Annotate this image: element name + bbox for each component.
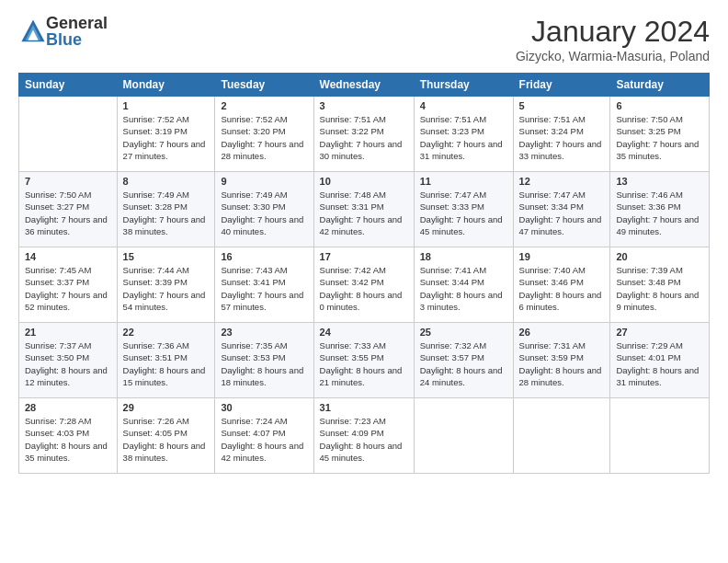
table-row: 13 Sunrise: 7:46 AMSunset: 3:36 PMDaylig… bbox=[610, 172, 710, 247]
table-row: 17 Sunrise: 7:42 AMSunset: 3:42 PMDaylig… bbox=[313, 247, 414, 323]
location: Gizycko, Warmia-Masuria, Poland bbox=[516, 49, 710, 63]
day-number: 26 bbox=[519, 327, 605, 338]
table-row: 26 Sunrise: 7:31 AMSunset: 3:59 PMDaylig… bbox=[513, 323, 610, 398]
table-row: 15 Sunrise: 7:44 AMSunset: 3:39 PMDaylig… bbox=[117, 247, 215, 323]
day-info: Sunrise: 7:48 AMSunset: 3:31 PMDaylight:… bbox=[320, 189, 408, 237]
table-row: 29 Sunrise: 7:26 AMSunset: 4:05 PMDaylig… bbox=[117, 398, 215, 474]
day-info: Sunrise: 7:32 AMSunset: 3:57 PMDaylight:… bbox=[420, 339, 507, 388]
day-number: 3 bbox=[320, 100, 408, 111]
header-tuesday: Tuesday bbox=[215, 74, 313, 97]
table-row: 18 Sunrise: 7:41 AMSunset: 3:44 PMDaylig… bbox=[414, 247, 513, 323]
day-number: 31 bbox=[320, 402, 408, 413]
day-number: 12 bbox=[519, 176, 605, 187]
table-row: 5 Sunrise: 7:51 AMSunset: 3:24 PMDayligh… bbox=[513, 97, 610, 172]
logo-blue-text: Blue bbox=[46, 31, 108, 48]
day-info: Sunrise: 7:26 AMSunset: 4:05 PMDaylight:… bbox=[123, 415, 210, 464]
day-info: Sunrise: 7:36 AMSunset: 3:51 PMDaylight:… bbox=[123, 339, 210, 388]
day-number: 8 bbox=[123, 176, 210, 187]
table-row: 22 Sunrise: 7:36 AMSunset: 3:51 PMDaylig… bbox=[117, 323, 215, 398]
table-row bbox=[610, 398, 710, 474]
day-info: Sunrise: 7:47 AMSunset: 3:33 PMDaylight:… bbox=[420, 189, 507, 237]
day-info: Sunrise: 7:44 AMSunset: 3:39 PMDaylight:… bbox=[123, 264, 210, 313]
day-info: Sunrise: 7:28 AMSunset: 4:03 PMDaylight:… bbox=[25, 415, 111, 464]
day-info: Sunrise: 7:45 AMSunset: 3:37 PMDaylight:… bbox=[25, 264, 111, 313]
day-info: Sunrise: 7:31 AMSunset: 3:59 PMDaylight:… bbox=[519, 339, 605, 388]
day-number: 21 bbox=[25, 327, 111, 338]
day-number: 10 bbox=[320, 176, 408, 187]
day-number: 18 bbox=[420, 251, 507, 262]
day-info: Sunrise: 7:29 AMSunset: 4:01 PMDaylight:… bbox=[616, 339, 703, 388]
day-number: 19 bbox=[519, 251, 605, 262]
day-number: 14 bbox=[25, 251, 111, 262]
day-info: Sunrise: 7:23 AMSunset: 4:09 PMDaylight:… bbox=[320, 415, 408, 464]
table-row: 16 Sunrise: 7:43 AMSunset: 3:41 PMDaylig… bbox=[215, 247, 313, 323]
table-row: 1 Sunrise: 7:52 AMSunset: 3:19 PMDayligh… bbox=[117, 97, 215, 172]
day-info: Sunrise: 7:35 AMSunset: 3:53 PMDaylight:… bbox=[221, 339, 307, 388]
day-info: Sunrise: 7:50 AMSunset: 3:25 PMDaylight:… bbox=[616, 113, 703, 162]
table-row bbox=[414, 398, 513, 474]
day-info: Sunrise: 7:24 AMSunset: 4:07 PMDaylight:… bbox=[221, 415, 307, 464]
day-number: 20 bbox=[616, 251, 703, 262]
calendar-week-row: 1 Sunrise: 7:52 AMSunset: 3:19 PMDayligh… bbox=[19, 97, 710, 172]
day-info: Sunrise: 7:51 AMSunset: 3:24 PMDaylight:… bbox=[519, 113, 605, 162]
table-row: 20 Sunrise: 7:39 AMSunset: 3:48 PMDaylig… bbox=[610, 247, 710, 323]
day-info: Sunrise: 7:52 AMSunset: 3:19 PMDaylight:… bbox=[123, 113, 210, 162]
table-row: 8 Sunrise: 7:49 AMSunset: 3:28 PMDayligh… bbox=[117, 172, 215, 247]
day-info: Sunrise: 7:52 AMSunset: 3:20 PMDaylight:… bbox=[221, 113, 307, 162]
day-number: 16 bbox=[221, 251, 307, 262]
calendar-week-row: 28 Sunrise: 7:28 AMSunset: 4:03 PMDaylig… bbox=[19, 398, 710, 474]
logo: General Blue bbox=[18, 15, 108, 48]
day-info: Sunrise: 7:43 AMSunset: 3:41 PMDaylight:… bbox=[221, 264, 307, 313]
month-title: January 2024 bbox=[516, 15, 710, 49]
title-block: January 2024 Gizycko, Warmia-Masuria, Po… bbox=[516, 15, 710, 63]
table-row: 3 Sunrise: 7:51 AMSunset: 3:22 PMDayligh… bbox=[313, 97, 414, 172]
header-wednesday: Wednesday bbox=[313, 74, 414, 97]
day-number: 4 bbox=[420, 100, 507, 111]
table-row bbox=[513, 398, 610, 474]
table-row: 14 Sunrise: 7:45 AMSunset: 3:37 PMDaylig… bbox=[19, 247, 118, 323]
day-info: Sunrise: 7:51 AMSunset: 3:23 PMDaylight:… bbox=[420, 113, 507, 162]
calendar-week-row: 21 Sunrise: 7:37 AMSunset: 3:50 PMDaylig… bbox=[19, 323, 710, 398]
day-number: 2 bbox=[221, 100, 307, 111]
header-sunday: Sunday bbox=[19, 74, 118, 97]
day-info: Sunrise: 7:40 AMSunset: 3:46 PMDaylight:… bbox=[519, 264, 605, 313]
header-friday: Friday bbox=[513, 74, 610, 97]
table-row: 11 Sunrise: 7:47 AMSunset: 3:33 PMDaylig… bbox=[414, 172, 513, 247]
table-row: 25 Sunrise: 7:32 AMSunset: 3:57 PMDaylig… bbox=[414, 323, 513, 398]
day-info: Sunrise: 7:41 AMSunset: 3:44 PMDaylight:… bbox=[420, 264, 507, 313]
day-number: 1 bbox=[123, 100, 210, 111]
calendar-week-row: 14 Sunrise: 7:45 AMSunset: 3:37 PMDaylig… bbox=[19, 247, 710, 323]
logo-icon bbox=[20, 18, 46, 44]
table-row: 12 Sunrise: 7:47 AMSunset: 3:34 PMDaylig… bbox=[513, 172, 610, 247]
logo-general-text: General bbox=[46, 15, 108, 31]
page-header: General Blue January 2024 Gizycko, Warmi… bbox=[18, 15, 710, 63]
day-number: 22 bbox=[123, 327, 210, 338]
day-info: Sunrise: 7:47 AMSunset: 3:34 PMDaylight:… bbox=[519, 189, 605, 237]
day-number: 29 bbox=[123, 402, 210, 413]
day-number: 9 bbox=[221, 176, 307, 187]
table-row: 27 Sunrise: 7:29 AMSunset: 4:01 PMDaylig… bbox=[610, 323, 710, 398]
table-row: 9 Sunrise: 7:49 AMSunset: 3:30 PMDayligh… bbox=[215, 172, 313, 247]
day-number: 5 bbox=[519, 100, 605, 111]
calendar-week-row: 7 Sunrise: 7:50 AMSunset: 3:27 PMDayligh… bbox=[19, 172, 710, 247]
day-info: Sunrise: 7:49 AMSunset: 3:30 PMDaylight:… bbox=[221, 189, 307, 237]
day-info: Sunrise: 7:51 AMSunset: 3:22 PMDaylight:… bbox=[320, 113, 408, 162]
day-info: Sunrise: 7:37 AMSunset: 3:50 PMDaylight:… bbox=[25, 339, 111, 388]
day-number: 23 bbox=[221, 327, 307, 338]
day-number: 11 bbox=[420, 176, 507, 187]
day-number: 17 bbox=[320, 251, 408, 262]
table-row: 4 Sunrise: 7:51 AMSunset: 3:23 PMDayligh… bbox=[414, 97, 513, 172]
day-number: 28 bbox=[25, 402, 111, 413]
table-row bbox=[19, 97, 118, 172]
day-number: 15 bbox=[123, 251, 210, 262]
table-row: 21 Sunrise: 7:37 AMSunset: 3:50 PMDaylig… bbox=[19, 323, 118, 398]
day-number: 30 bbox=[221, 402, 307, 413]
table-row: 7 Sunrise: 7:50 AMSunset: 3:27 PMDayligh… bbox=[19, 172, 118, 247]
day-info: Sunrise: 7:50 AMSunset: 3:27 PMDaylight:… bbox=[25, 189, 111, 237]
table-row: 28 Sunrise: 7:28 AMSunset: 4:03 PMDaylig… bbox=[19, 398, 118, 474]
day-number: 13 bbox=[616, 176, 703, 187]
day-number: 25 bbox=[420, 327, 507, 338]
header-monday: Monday bbox=[117, 74, 215, 97]
table-row: 31 Sunrise: 7:23 AMSunset: 4:09 PMDaylig… bbox=[313, 398, 414, 474]
day-number: 7 bbox=[25, 176, 111, 187]
